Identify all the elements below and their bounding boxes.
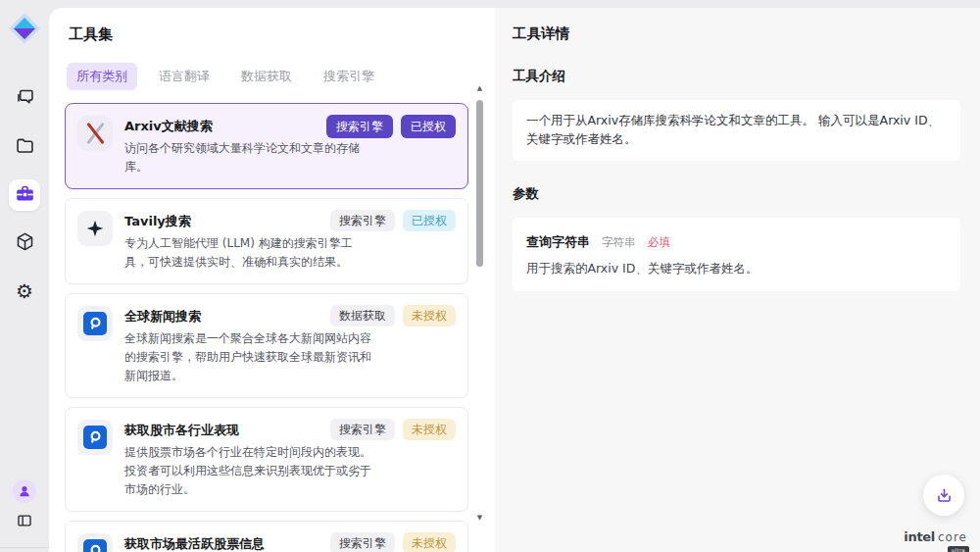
person-icon xyxy=(18,484,31,498)
tool-badges: 搜索引擎 已授权 xyxy=(330,210,456,231)
tool-badges: 搜索引擎 未授权 xyxy=(330,419,456,440)
app-logo xyxy=(7,11,42,46)
tool-card-most-active-stocks[interactable]: 获取市场最活跃股票信息 提供当天交易量最高的股票列表，投资者可以利用这些信息来识… xyxy=(65,521,468,552)
tool-card-list: Arxiv文献搜索 访问各个研究领域大量科学论文和文章的存储库。 搜索引擎 已授… xyxy=(65,103,468,552)
sidebar-item-chat[interactable] xyxy=(9,83,40,115)
sidebar-item-settings[interactable]: ⚙ xyxy=(9,276,40,307)
tool-description: 访问各个研究领域大量科学论文和文章的存储库。 xyxy=(124,139,375,176)
tool-badges: 搜索引擎 已授权 xyxy=(326,115,456,138)
cube-icon xyxy=(15,231,35,256)
category-badge: 搜索引擎 xyxy=(330,532,395,552)
tool-badges: 数据获取 未授权 xyxy=(330,305,456,326)
gear-icon: ⚙ xyxy=(16,281,33,301)
core-wordmark: core xyxy=(938,530,967,544)
arxiv-x-icon xyxy=(77,116,113,151)
category-badge: 数据获取 xyxy=(330,305,395,326)
sidebar-rail: ⚙ xyxy=(0,0,49,545)
blue-search-icon xyxy=(77,420,113,455)
tab-language-translation[interactable]: 语言翻译 xyxy=(149,63,220,90)
category-badge[interactable]: 搜索引擎 xyxy=(326,115,393,138)
ultra-badge: ultra xyxy=(948,546,969,552)
panel-toggle-icon[interactable] xyxy=(16,512,33,533)
parameter-header: 查询字符串 字符串 必填 xyxy=(526,231,947,251)
tool-detail-panel: 工具详情 工具介绍 一个用于从Arxiv存储库搜索科学论文和文章的工具。 输入可… xyxy=(495,8,980,552)
blue-search-icon xyxy=(77,533,113,552)
sidebar-nav: ⚙ xyxy=(9,83,40,307)
intro-heading: 工具介绍 xyxy=(513,68,960,85)
scrollbar-thumb[interactable] xyxy=(476,100,483,267)
sidebar-item-models[interactable] xyxy=(9,227,40,259)
status-badge[interactable]: 已授权 xyxy=(403,210,456,231)
sidebar-bottom xyxy=(13,479,36,533)
page-title: 工具集 xyxy=(69,25,495,44)
status-badge[interactable]: 未授权 xyxy=(403,419,456,440)
scroll-up-arrow-icon[interactable]: ▲ xyxy=(474,84,485,92)
parameter-description: 用于搜索的Arxiv ID、关键字或作者姓名。 xyxy=(526,261,947,277)
tool-badges: 搜索引擎 未授权 xyxy=(330,532,456,552)
folder-icon xyxy=(15,135,35,160)
intel-core-logo: intel core ultra xyxy=(904,527,967,545)
params-heading: 参数 xyxy=(513,185,960,203)
tab-search-engine[interactable]: 搜索引擎 xyxy=(314,63,384,90)
chat-icon xyxy=(15,87,35,112)
blue-search-icon xyxy=(77,306,113,341)
tab-all-categories[interactable]: 所有类别 xyxy=(67,63,137,90)
category-tabs: 所有类别 语言翻译 数据获取 搜索引擎 xyxy=(67,63,495,90)
tool-card-tavily[interactable]: Tavily搜索 专为人工智能代理 (LLM) 构建的搜索引擎工具，可快速提供实… xyxy=(65,198,468,284)
category-badge: 搜索引擎 xyxy=(330,419,395,440)
detail-title: 工具详情 xyxy=(513,25,960,43)
tavily-star-icon xyxy=(77,211,113,246)
download-button[interactable] xyxy=(923,475,964,516)
parameter-name: 查询字符串 xyxy=(526,234,590,249)
tool-card-arxiv[interactable]: Arxiv文献搜索 访问各个研究领域大量科学论文和文章的存储库。 搜索引擎 已授… xyxy=(65,103,468,189)
intro-text-box: 一个用于从Arxiv存储库搜索科学论文和文章的工具。 输入可以是Arxiv ID… xyxy=(513,100,960,161)
status-badge[interactable]: 已授权 xyxy=(401,115,456,138)
intel-wordmark: intel xyxy=(904,529,935,544)
toolbox-icon xyxy=(15,183,35,208)
status-badge[interactable]: 未授权 xyxy=(403,305,456,326)
main-surface: 工具集 所有类别 语言翻译 数据获取 搜索引擎 Arxiv文献搜索 访问各个研究… xyxy=(49,8,980,552)
sidebar-item-tools[interactable] xyxy=(9,179,40,211)
parameter-type: 字符串 xyxy=(602,235,636,249)
tab-data-fetching[interactable]: 数据获取 xyxy=(231,63,302,90)
sidebar-item-files[interactable] xyxy=(9,131,40,163)
parameter-card: 查询字符串 字符串 必填 用于搜索的Arxiv ID、关键字或作者姓名。 xyxy=(513,218,960,291)
tool-list-panel: 工具集 所有类别 语言翻译 数据获取 搜索引擎 Arxiv文献搜索 访问各个研究… xyxy=(49,8,495,552)
user-avatar[interactable] xyxy=(13,479,36,503)
tool-description: 全球新闻搜索是一个聚合全球各大新闻网站内容的搜索引擎，帮助用户快速获取全球最新资… xyxy=(124,329,375,385)
parameter-required-badge: 必填 xyxy=(648,235,670,249)
download-icon xyxy=(935,486,954,505)
tool-card-sector-performance[interactable]: 获取股市各行业表现 提供股票市场各个行业在特定时间段内的表现。投资者可以利用这些… xyxy=(65,407,468,512)
list-scrollbar[interactable]: ▲ ▼ xyxy=(474,84,485,529)
tool-description: 专为人工智能代理 (LLM) 构建的搜索引擎工具，可快速提供实时、准确和真实的结… xyxy=(124,234,375,272)
status-badge[interactable]: 未授权 xyxy=(403,532,456,552)
scroll-down-arrow-icon[interactable]: ▼ xyxy=(474,514,485,522)
category-badge: 搜索引擎 xyxy=(330,210,395,231)
tool-card-global-news[interactable]: 全球新闻搜索 全球新闻搜索是一个聚合全球各大新闻网站内容的搜索引擎，帮助用户快速… xyxy=(65,293,468,398)
tool-description: 提供股票市场各个行业在特定时间段内的表现。投资者可以利用这些信息来识别表现优于或… xyxy=(124,443,375,499)
